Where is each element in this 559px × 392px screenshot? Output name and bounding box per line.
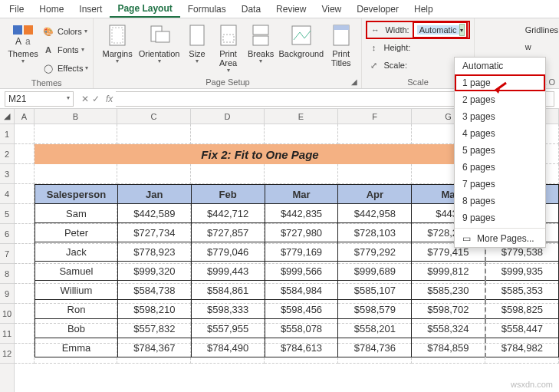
cell[interactable]: $584,738 (117, 281, 191, 300)
cell[interactable]: $585,230 (412, 281, 485, 300)
print-titles-button[interactable]: Print Titles (325, 21, 357, 68)
cell[interactable]: Willium (35, 281, 118, 300)
tab-home[interactable]: Home (31, 1, 71, 17)
tab-help[interactable]: Help (406, 1, 441, 17)
th-feb[interactable]: Feb (191, 185, 265, 204)
size-button[interactable]: Size ▾ (182, 21, 212, 65)
column-header[interactable]: E (265, 109, 338, 124)
cell[interactable]: Bob (35, 319, 118, 338)
dd-item-3-pages[interactable]: 3 pages (455, 108, 545, 125)
cell[interactable]: Peter (35, 223, 118, 242)
cell[interactable]: $598,456 (265, 300, 338, 319)
row-header[interactable]: 1 (0, 124, 14, 144)
chevron-down-icon[interactable]: ▾ (67, 94, 70, 101)
cell[interactable]: $999,689 (338, 262, 412, 281)
cell[interactable]: $598,702 (412, 300, 485, 319)
row-header[interactable]: 5 (0, 204, 14, 224)
enter-icon[interactable]: ✓ (92, 94, 100, 104)
cell[interactable]: $784,613 (265, 338, 338, 357)
themes-button[interactable]: Aa Themes ▾ (5, 21, 41, 65)
column-header[interactable]: A (15, 109, 35, 124)
column-header[interactable]: C (117, 109, 191, 124)
cell[interactable]: $585,107 (338, 281, 412, 300)
cell[interactable]: Samuel (35, 262, 118, 281)
tab-insert[interactable]: Insert (71, 1, 110, 17)
colors-button[interactable]: 🎨 Colors ▾ (41, 23, 88, 40)
cell[interactable]: $999,935 (485, 262, 559, 281)
cell[interactable]: $784,736 (338, 338, 412, 357)
cell[interactable]: Sam (35, 204, 118, 223)
print-area-button[interactable]: Print Area ▾ (212, 21, 245, 74)
column-header[interactable]: B (35, 109, 117, 124)
breaks-button[interactable]: Breaks ▾ (244, 21, 278, 65)
cell[interactable]: $442,835 (265, 204, 338, 223)
tab-developer[interactable]: Developer (349, 1, 406, 17)
cell[interactable]: $784,490 (191, 338, 265, 357)
cell[interactable]: $558,078 (265, 319, 338, 338)
row-header[interactable]: 8 (0, 264, 14, 284)
cell[interactable]: $598,210 (117, 300, 191, 319)
cell[interactable]: $442,958 (338, 204, 412, 223)
dd-item-automatic[interactable]: Automatic (455, 58, 545, 74)
cell[interactable]: Emma (35, 338, 118, 357)
dd-item-8-pages[interactable]: 8 pages (455, 193, 545, 209)
cell[interactable]: $727,857 (191, 223, 265, 242)
column-header[interactable]: D (191, 109, 265, 124)
select-all-corner[interactable]: ◢ (0, 109, 14, 124)
dd-item-4-pages[interactable]: 4 pages (455, 125, 545, 142)
cancel-icon[interactable]: ✕ (81, 94, 89, 104)
cell[interactable]: $999,566 (265, 262, 338, 281)
cell[interactable]: $598,333 (191, 300, 265, 319)
page-setup-launcher[interactable]: ◢ (349, 76, 360, 87)
cell[interactable]: $779,292 (338, 242, 412, 262)
name-box[interactable]: M21 ▾ (5, 91, 74, 107)
row-header[interactable]: 6 (0, 224, 14, 244)
tab-file[interactable]: File (2, 1, 31, 17)
gridlines-view-row[interactable]: w (525, 38, 531, 55)
cell[interactable]: $784,859 (412, 338, 485, 357)
cell[interactable]: $557,955 (191, 319, 265, 338)
dd-item-7-pages[interactable]: 7 pages (455, 176, 545, 193)
dd-item-more-pages[interactable]: ▭ More Pages... (455, 230, 545, 247)
th-mar[interactable]: Mar (265, 185, 338, 204)
cell[interactable]: $784,367 (117, 338, 191, 357)
cell[interactable]: $585,353 (485, 281, 559, 300)
orientation-button[interactable]: Orientation ▾ (136, 21, 182, 65)
cell[interactable]: $442,589 (117, 204, 191, 223)
cell[interactable]: $598,825 (485, 300, 559, 319)
cell[interactable]: $584,984 (265, 281, 338, 300)
row-header[interactable]: 2 (0, 144, 14, 164)
column-header[interactable]: F (338, 109, 412, 124)
cell[interactable]: $999,320 (117, 262, 191, 281)
background-button[interactable]: Background (278, 21, 325, 58)
dd-item-6-pages[interactable]: 6 pages (455, 159, 545, 176)
cell[interactable]: $557,832 (117, 319, 191, 338)
tab-page-layout[interactable]: Page Layout (110, 0, 179, 18)
tab-formulas[interactable]: Formulas (180, 1, 234, 17)
row-header[interactable]: 3 (0, 164, 14, 184)
cell[interactable]: $598,579 (338, 300, 412, 319)
cell[interactable]: $558,201 (338, 319, 412, 338)
cell[interactable]: $727,980 (265, 223, 338, 242)
cell[interactable]: $778,923 (117, 242, 191, 262)
cell[interactable]: Ron (35, 300, 118, 319)
row-header[interactable]: 10 (0, 304, 14, 324)
th-apr[interactable]: Apr (338, 185, 412, 204)
cell[interactable]: $999,443 (191, 262, 265, 281)
cell[interactable]: $558,324 (412, 319, 485, 338)
width-dropdown[interactable]: Automatic ▾ (413, 21, 468, 38)
fonts-button[interactable]: A Fonts ▾ (41, 41, 88, 58)
cell[interactable]: $999,812 (412, 262, 485, 281)
cell[interactable]: $779,169 (265, 242, 338, 262)
row-header[interactable]: 12 (0, 344, 14, 364)
dd-item-9-pages[interactable]: 9 pages (455, 209, 545, 226)
cell[interactable]: $727,734 (117, 223, 191, 242)
cell[interactable]: $784,982 (485, 338, 559, 357)
th-jan[interactable]: Jan (117, 185, 191, 204)
th-salesperson[interactable]: Salesperson (35, 185, 118, 204)
chevron-down-icon[interactable]: ▾ (459, 24, 465, 36)
cell[interactable]: $728,103 (338, 223, 412, 242)
row-header[interactable]: 4 (0, 184, 14, 204)
row-header[interactable]: 9 (0, 284, 14, 304)
cell[interactable]: $584,861 (191, 281, 265, 300)
